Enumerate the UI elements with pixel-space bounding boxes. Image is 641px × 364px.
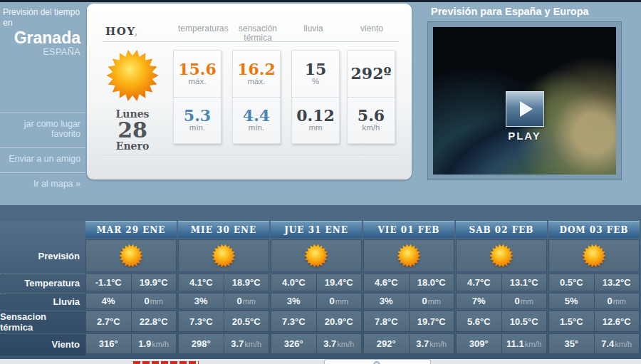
rain-amount-cell: 0mm [502, 293, 548, 309]
forecast-video-thumbnail[interactable]: PLAY [427, 21, 622, 180]
temp-max-cell: 19.9°C [132, 274, 177, 291]
feels-like-metric-box: 16.2 máx. 4.4 mín. [232, 50, 281, 144]
temp-max-value: 15.6 [178, 61, 217, 77]
temp-max-cell: 13.2°C [595, 274, 640, 291]
bottom-cutoff-strip [0, 359, 641, 364]
wind-dir-cell: 316° [85, 333, 132, 354]
forecast-day-header[interactable]: MAR 29 ENE [85, 221, 177, 238]
send-to-friend-link[interactable]: Enviar a un amigo [0, 147, 85, 172]
wind-speed-cell: 7.4km/h [595, 333, 640, 354]
rain-amount-unit: mm [308, 123, 322, 132]
temp-max-cell: 19.4°C [317, 274, 363, 291]
play-icon [520, 101, 533, 117]
wind-speed-value: 5.6 [358, 108, 385, 123]
earth-from-space-image: PLAY [433, 27, 616, 175]
feel-max-cell: 19.7°C [410, 311, 455, 332]
rain-amount-cell: 0mm [132, 293, 177, 309]
sun-icon [396, 243, 422, 269]
feel-max-cell: 22.8°C [132, 311, 177, 332]
sun-icon [303, 243, 329, 269]
rain-metric-box: 15 % 0.12 mm [291, 50, 340, 144]
feel-min-cell: 7.3°C [271, 311, 317, 332]
wind-speed-cell: 3.7km/h [317, 333, 363, 354]
condition-cell [178, 239, 269, 272]
feel-max-cell: 20.9°C [317, 311, 363, 332]
feel-max-cell: 20.5°C [224, 311, 270, 332]
feel-max-value: 16.2 [237, 61, 276, 77]
forecast-day-column: SAB 02 FEB 4.7°C 13.1°C 7% 0mm 5.6°C 10.… [456, 221, 547, 355]
condition-cell [456, 239, 547, 272]
rain-amount-cell: 0mm [410, 293, 455, 309]
temp-min-cell: 0.5°C [548, 274, 595, 291]
temp-min-cell: 4.1°C [178, 274, 224, 291]
feel-min-cell: 7.3°C [178, 311, 224, 332]
forecast-day-header[interactable]: DOM 03 FEB [548, 221, 640, 238]
rain-amount-cell: 0mm [595, 293, 640, 309]
row-label-prevision: Previsión [0, 239, 85, 272]
temp-min-value: 5.3 [184, 108, 211, 123]
rain-prob-cell: 4% [85, 293, 132, 309]
feel-min-value: 4.4 [243, 108, 270, 123]
weather-page: Previsión del tiempo en Granada ESPAÑA j… [0, 0, 641, 364]
wind-speed-unit: km/h [363, 123, 380, 132]
page-subtitle: Previsión del tiempo en [3, 7, 80, 28]
play-button[interactable] [506, 91, 544, 127]
temperature-metric-box: 15.6 máx. 5.3 mín. [173, 50, 222, 144]
wind-direction-value: 292º [351, 66, 392, 81]
rain-prob-cell: 3% [363, 293, 410, 309]
rain-amount-value: 0.12 [296, 108, 335, 123]
forecast-day-header[interactable]: SAB 02 FEB [456, 221, 547, 238]
location-name: Granada [3, 28, 80, 47]
rain-prob-cell: 5% [548, 293, 595, 309]
row-label-viento: Viento [0, 333, 85, 354]
column-header-viento: viento [350, 24, 393, 33]
wind-speed-cell: 3.7km/h [410, 333, 455, 354]
wind-dir-cell: 326° [271, 333, 317, 354]
sun-icon [211, 243, 236, 269]
location-sidebar: Previsión del tiempo en Granada ESPAÑA j… [0, 2, 85, 57]
row-label-sensacion: Sensacion térmica [0, 311, 85, 332]
forecast-day-header[interactable]: JUE 31 ENE [271, 221, 362, 238]
temp-max-label: máx. [189, 77, 207, 86]
month-label: Enero [90, 141, 174, 152]
six-day-forecast-table: Previsión Temperatura Lluvia Sensacion t… [0, 221, 641, 355]
wind-metric-box: 292º 5.6 km/h [347, 50, 395, 144]
temp-max-cell: 13.1°C [502, 274, 548, 291]
card-bottom-divider [103, 155, 399, 155]
column-header-temperaturas: temperaturas [178, 24, 221, 33]
wind-dir-cell: 298° [178, 333, 224, 354]
sunny-weather-icon [105, 48, 160, 103]
forecast-day-header[interactable]: MIE 30 ENE [178, 221, 269, 238]
condition-cell [363, 239, 454, 272]
sun-icon [581, 243, 607, 269]
go-to-map-link[interactable]: Ir al mapa » [0, 172, 85, 197]
rain-probability-value: 15 [305, 61, 327, 77]
favorite-link[interactable]: jar como lugar favorito [0, 113, 85, 147]
feel-min-cell: 7.8°C [363, 311, 410, 332]
wind-dir-cell: 35° [548, 333, 595, 354]
sidebar-links: jar como lugar favorito Enviar a un amig… [0, 113, 85, 197]
feel-max-label: máx. [248, 77, 266, 86]
rain-prob-cell: 3% [178, 293, 224, 309]
rain-prob-cell: 7% [456, 293, 502, 309]
temp-min-cell: 4.0°C [271, 274, 317, 291]
cutoff-widget-fragment [324, 359, 431, 364]
column-header-lluvia: lluvia [296, 24, 331, 33]
condition-cell [271, 239, 362, 272]
wind-speed-cell: 1.9km/h [132, 333, 177, 354]
temp-min-cell: 4.7°C [456, 274, 502, 291]
rain-amount-cell: 0mm [224, 293, 270, 309]
play-label: PLAY [433, 130, 616, 142]
wind-dir-cell: 309° [456, 333, 502, 354]
feel-max-cell: 10.5°C [502, 311, 548, 332]
forecast-day-column: MIE 30 ENE 4.1°C 18.9°C 3% 0mm 7.3°C 20.… [178, 221, 269, 355]
feel-min-cell: 5.6°C [456, 311, 502, 332]
forecast-day-header[interactable]: VIE 01 FEB [363, 221, 454, 238]
top-edge-bar [0, 0, 641, 2]
feel-min-label: mín. [249, 123, 264, 132]
row-label-lluvia: Lluvia [0, 293, 85, 309]
wind-speed-cell: 3.7km/h [224, 333, 270, 354]
rain-amount-cell: 0mm [317, 293, 363, 309]
feel-min-cell: 1.5°C [548, 311, 595, 332]
today-date: Lunes 28 Enero [90, 109, 174, 152]
